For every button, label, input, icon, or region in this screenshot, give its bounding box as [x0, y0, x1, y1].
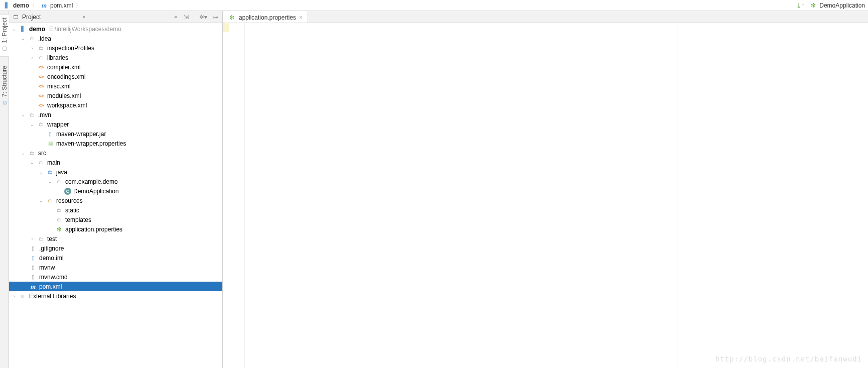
tree-file-mvnjar[interactable]: ▯ maven-wrapper.jar — [9, 129, 222, 139]
breadcrumb-root[interactable]: ▋ demo — [3, 2, 29, 10]
file-icon: ▯ — [29, 273, 37, 281]
hide-icon[interactable]: ↦ — [212, 14, 219, 21]
tree-item-label: test — [47, 235, 57, 242]
left-tool-stripe: ▢ 1: Project ⌬ 7: Structure — [0, 11, 9, 368]
tree-file-pom[interactable]: m pom.xml — [9, 282, 222, 291]
structure-tool-tab-label: 7: Structure — [1, 66, 8, 97]
tree-folder-static[interactable]: 🗀 static — [9, 205, 222, 215]
breadcrumb-separator-icon: 〉 — [32, 2, 37, 9]
editor-tab-application-properties[interactable]: ❇ application.properties × — [223, 11, 308, 23]
build-icon[interactable]: ⤓↑ — [795, 2, 805, 9]
expand-arrow-icon[interactable]: ⌄ — [29, 160, 35, 165]
folder-icon: 🗀 — [37, 235, 45, 243]
expand-arrow-icon[interactable]: › — [29, 46, 35, 51]
tree-package[interactable]: ⌄ 🗀 com.example.demo — [9, 177, 222, 186]
navigation-bar: ▋ demo 〉 m pom.xml 〉 ⤓↑ ❇ DemoApplicatio… — [0, 0, 868, 11]
spring-icon: ❇ — [55, 225, 63, 233]
breadcrumb-file-label: pom.xml — [50, 2, 73, 9]
tree-file-modules[interactable]: modules.xml — [9, 91, 222, 100]
tree-file-appprops[interactable]: ❇ application.properties — [9, 224, 222, 234]
tree-item-label: static — [65, 207, 79, 214]
tree-item-label: encodings.xml — [47, 73, 86, 80]
tree-folder-test[interactable]: › 🗀 test — [9, 234, 222, 243]
breadcrumb-file[interactable]: m pom.xml — [40, 2, 73, 10]
expand-arrow-icon[interactable]: ⌄ — [38, 170, 44, 175]
tree-file-encodings[interactable]: encodings.xml — [9, 72, 222, 81]
tree-item-label: libraries — [47, 54, 68, 61]
file-icon: ▯ — [29, 244, 37, 253]
tree-file-gitignore[interactable]: ▯ .gitignore — [9, 243, 222, 253]
tree-file-compiler[interactable]: compiler.xml — [9, 62, 222, 72]
tree-folder-mvn[interactable]: ⌄ 🗀 .mvn — [9, 110, 222, 119]
tree-class-demoapp[interactable]: C DemoApplication — [9, 186, 222, 196]
folder-icon: 🗀 — [37, 54, 45, 62]
class-icon: C — [64, 188, 71, 195]
tree-item-label: maven-wrapper.jar — [56, 131, 106, 138]
project-tool-tab[interactable]: ▢ 1: Project — [0, 14, 9, 57]
expand-arrow-icon[interactable]: ⌄ — [38, 198, 44, 203]
tree-file-mvnprops[interactable]: ▤ maven-wrapper.properties — [9, 139, 222, 148]
tree-item-label: .gitignore — [39, 245, 64, 252]
module-icon: ▋ — [19, 25, 27, 33]
tree-folder-libraries[interactable]: › 🗀 libraries — [9, 53, 222, 62]
tree-folder-templates[interactable]: 🗀 templates — [9, 215, 222, 224]
tree-item-label: java — [56, 169, 67, 176]
tree-external-libraries[interactable]: › ⫼ External Libraries — [9, 291, 222, 301]
expand-arrow-icon[interactable]: ⌄ — [11, 27, 17, 32]
package-icon: 🗀 — [55, 178, 63, 186]
expand-arrow-icon[interactable]: › — [29, 236, 35, 241]
collapse-all-icon[interactable]: ⇲ — [183, 14, 190, 21]
tree-file-workspace[interactable]: workspace.xml — [9, 100, 222, 110]
expand-arrow-icon[interactable]: ⌄ — [29, 122, 35, 127]
tree-folder-resources[interactable]: ⌄ 🗀 resources — [9, 196, 222, 205]
expand-arrow-icon[interactable]: › — [29, 55, 35, 60]
expand-arrow-icon[interactable]: ⌄ — [20, 151, 26, 156]
editor-content[interactable] — [245, 23, 868, 368]
tree-root[interactable]: ⌄ ▋ demo E:\intellijWorkspaces\demo — [9, 24, 222, 34]
editor-tab-label: application.properties — [239, 14, 296, 21]
editor-tabs: ❇ application.properties × — [223, 11, 868, 23]
tree-item-label: workspace.xml — [47, 102, 87, 109]
tree-folder-idea[interactable]: ⌄ 🗀 .idea — [9, 34, 222, 43]
close-tab-icon[interactable]: × — [299, 14, 303, 21]
folder-icon: ▋ — [3, 2, 11, 10]
project-tool-tab-label: 1: Project — [1, 18, 8, 43]
watermark-text: http://blog.csdn.net/baifanwudi — [715, 355, 862, 363]
tree-item-label: misc.xml — [47, 83, 71, 90]
project-tree[interactable]: ⌄ ▋ demo E:\intellijWorkspaces\demo ⌄ 🗀 … — [9, 23, 222, 368]
tree-item-label: inspectionProfiles — [47, 45, 94, 52]
editor-body[interactable] — [223, 23, 868, 368]
tree-folder-src[interactable]: ⌄ 🗀 src — [9, 148, 222, 158]
spring-icon: ❇ — [228, 14, 236, 22]
chevron-down-icon[interactable]: ▾ — [83, 15, 85, 20]
tree-item-label: wrapper — [47, 121, 69, 128]
expand-arrow-icon[interactable]: ⌄ — [20, 36, 26, 41]
tree-file-iml[interactable]: ▯ demo.iml — [9, 253, 222, 263]
run-config-label: DemoApplication — [819, 2, 865, 9]
tree-folder-java[interactable]: ⌄ 🗀 java — [9, 167, 222, 177]
run-config-selector[interactable]: ❇ DemoApplication — [809, 2, 865, 10]
breadcrumb-root-label: demo — [13, 2, 29, 9]
editor-area: ❇ application.properties × http://blog.c… — [223, 11, 868, 368]
expand-arrow-icon[interactable]: ⌄ — [47, 179, 53, 184]
tree-item-label: mvnw.cmd — [39, 274, 68, 281]
tree-item-label: pom.xml — [39, 283, 62, 290]
tree-folder-inspection[interactable]: › 🗀 inspectionProfiles — [9, 43, 222, 53]
tree-root-label: demo — [29, 26, 45, 33]
tree-file-mvnwcmd[interactable]: ▯ mvnw.cmd — [9, 272, 222, 282]
tree-root-path: E:\intellijWorkspaces\demo — [49, 26, 121, 33]
tree-file-misc[interactable]: misc.xml — [9, 81, 222, 91]
tree-folder-wrapper[interactable]: ⌄ 🗀 wrapper — [9, 119, 222, 129]
settings-gear-icon[interactable]: ✲▾ — [198, 14, 208, 21]
xml-file-icon — [37, 73, 45, 81]
expand-arrow-icon[interactable]: ⌄ — [20, 112, 26, 117]
expand-arrow-icon[interactable]: › — [11, 294, 17, 299]
structure-tool-tab[interactable]: ⌬ 7: Structure — [0, 63, 9, 110]
locate-icon[interactable]: ⌖ — [173, 14, 179, 21]
tree-folder-main[interactable]: ⌄ 🗀 main — [9, 158, 222, 167]
libraries-icon: ⫼ — [19, 292, 27, 300]
tree-file-mvnw[interactable]: ▯ mvnw — [9, 263, 222, 272]
project-tool-header: 🗔 Project ▾ ⌖ ⇲ ✲▾ ↦ — [9, 11, 222, 23]
xml-file-icon — [37, 101, 45, 109]
xml-file-icon — [37, 82, 45, 90]
